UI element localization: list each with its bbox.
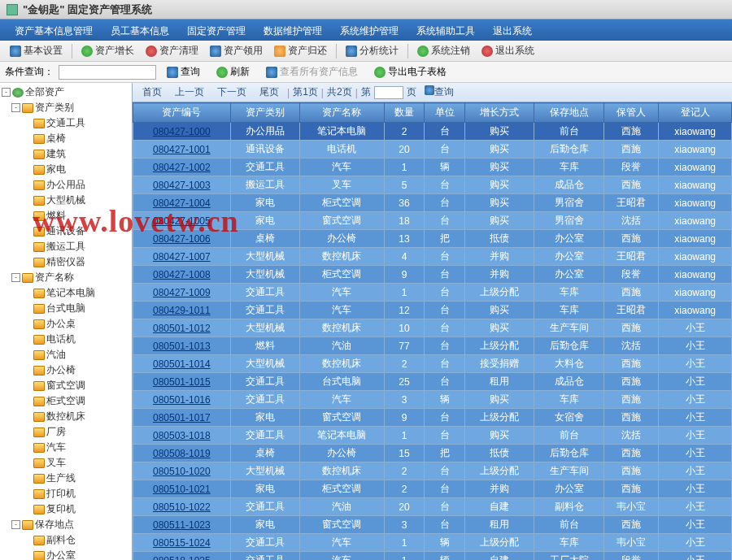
tree-node[interactable]: -全部资产 (0, 85, 132, 100)
tree-node[interactable]: 桌椅 (0, 131, 132, 146)
asset-id-link[interactable]: 080511-1023 (133, 516, 231, 534)
pager-query[interactable]: 查询 (420, 85, 459, 100)
asset-id-link[interactable]: 080518-1025 (133, 552, 231, 561)
grid-scroll[interactable]: 资产编号资产类别资产名称数量单位增长方式保存地点保管人登记人 080427-10… (133, 102, 732, 560)
asset-id-link[interactable]: 080510-1021 (133, 480, 231, 498)
column-header[interactable]: 资产名称 (300, 103, 385, 123)
table-row[interactable]: 080427-1003搬运工具叉车5台购买成品仓西施xiaowang (133, 176, 732, 194)
tree-node[interactable]: 生产线 (0, 471, 132, 486)
table-row[interactable]: 080427-1007大型机械数控机床4台并购办公室王昭君xiaowang (133, 248, 732, 266)
pager-prev[interactable]: 上一页 (170, 85, 209, 100)
asset-id-link[interactable]: 080501-1017 (133, 409, 231, 427)
tree-panel[interactable]: -全部资产-资产类别交通工具桌椅建筑家电办公用品大型机械燃料通讯设备搬运工具精密… (0, 83, 133, 560)
table-row[interactable]: 080427-1006桌椅办公椅13把抵债办公室西施xiaowang (133, 230, 732, 248)
table-row[interactable]: 080501-1017家电窗式空调9台上级分配女宿舍西施小王 (133, 409, 732, 427)
menu-item-0[interactable]: 资产基本信息管理 (7, 23, 101, 37)
asset-id-link[interactable]: 080501-1014 (133, 355, 231, 373)
tree-node[interactable]: 汽油 (0, 347, 132, 362)
table-row[interactable]: 080510-1020大型机械数控机床2台上级分配生产车间西施小王 (133, 462, 732, 480)
table-row[interactable]: 080427-1002交通工具汽车1辆购买车库段誉xiaowang (133, 158, 732, 176)
asset-id-link[interactable]: 080503-1018 (133, 427, 231, 445)
menu-item-1[interactable]: 员工基本信息 (102, 23, 177, 37)
tree-node[interactable]: 数控机床 (0, 409, 132, 424)
table-row[interactable]: 080501-1012大型机械数控机床10台购买生产车间西施小王 (133, 319, 732, 337)
asset-id-link[interactable]: 080427-1001 (133, 141, 231, 158)
pager-goto-input[interactable] (374, 86, 403, 99)
table-row[interactable]: 080515-1024交通工具汽车1辆上级分配车库韦小宝小王 (133, 534, 732, 552)
table-row[interactable]: 080427-1001通讯设备电话机20台购买后勤仓库西施xiaowang (133, 141, 732, 158)
tree-node[interactable]: 精密仪器 (0, 254, 132, 270)
tree-node[interactable]: -资产名称 (0, 270, 132, 285)
collapse-icon[interactable]: - (11, 273, 20, 282)
tree-node[interactable]: 建筑 (0, 146, 132, 162)
tree-node[interactable]: 家电 (0, 162, 132, 177)
asset-id-link[interactable]: 080510-1022 (133, 498, 231, 516)
toolbar-asset-use[interactable]: 资产领用 (205, 42, 268, 59)
table-row[interactable]: 080508-1019桌椅办公椅15把抵债后勤仓库西施小王 (133, 445, 732, 462)
tree-node[interactable]: 叉车 (0, 455, 132, 471)
asset-id-link[interactable]: 080510-1020 (133, 462, 231, 480)
refresh-button[interactable]: 刷新 (211, 63, 255, 80)
tree-node[interactable]: 柜式空调 (0, 393, 132, 409)
asset-id-link[interactable]: 080508-1019 (133, 445, 231, 462)
asset-id-link[interactable]: 080427-1004 (133, 194, 231, 212)
tree-node[interactable]: -资产类别 (0, 100, 132, 115)
toolbar-asset-add[interactable]: 资产增长 (76, 42, 139, 59)
table-row[interactable]: 080427-1005家电窗式空调18台购买男宿舍沈括xiaowang (133, 212, 732, 230)
tree-node[interactable]: 办公室 (0, 548, 132, 560)
pager-home[interactable]: 首页 (137, 85, 167, 100)
column-header[interactable]: 资产类别 (230, 103, 300, 123)
toolbar-statistics[interactable]: 分析统计 (341, 42, 403, 59)
column-header[interactable]: 保管人 (603, 103, 659, 123)
asset-id-link[interactable]: 080515-1024 (133, 534, 231, 552)
menu-item-6[interactable]: 退出系统 (485, 23, 540, 37)
tree-node[interactable]: 办公桌 (0, 316, 132, 332)
tree-node[interactable]: 燃料 (0, 208, 132, 224)
menu-item-2[interactable]: 固定资产管理 (179, 23, 254, 37)
column-header[interactable]: 数量 (384, 103, 425, 123)
asset-id-link[interactable]: 080427-1008 (133, 266, 231, 284)
collapse-icon[interactable]: - (2, 88, 11, 97)
menu-item-3[interactable]: 数据维护管理 (255, 23, 330, 37)
tree-node[interactable]: 电话机 (0, 332, 132, 347)
column-header[interactable]: 单位 (425, 103, 465, 123)
tree-node[interactable]: 办公用品 (0, 177, 132, 193)
column-header[interactable]: 登记人 (659, 103, 732, 123)
tree-node[interactable]: -保存地点 (0, 517, 132, 532)
table-row[interactable]: 080511-1023家电窗式空调3台租用前台西施小王 (133, 516, 732, 534)
asset-id-link[interactable]: 080427-1009 (133, 284, 231, 302)
tree-node[interactable]: 大型机械 (0, 193, 132, 208)
asset-id-link[interactable]: 080427-1007 (133, 248, 231, 266)
asset-id-link[interactable]: 080501-1015 (133, 373, 231, 391)
table-row[interactable]: 080510-1021家电柜式空调2台并购办公室西施小王 (133, 480, 732, 498)
menu-item-4[interactable]: 系统维护管理 (332, 23, 407, 37)
asset-id-link[interactable]: 080427-1005 (133, 212, 231, 230)
table-row[interactable]: 080427-1008大型机械柜式空调9台并购办公室段誉xiaowang (133, 266, 732, 284)
asset-id-link[interactable]: 080501-1013 (133, 337, 231, 355)
tree-node[interactable]: 窗式空调 (0, 378, 132, 393)
tree-node[interactable]: 交通工具 (0, 115, 132, 131)
view-all-button[interactable]: 查看所有资产信息 (260, 63, 364, 80)
collapse-icon[interactable]: - (11, 103, 20, 112)
query-button[interactable]: 查询 (161, 63, 206, 80)
asset-id-link[interactable]: 080427-1000 (133, 123, 231, 141)
asset-id-link[interactable]: 080501-1012 (133, 319, 231, 337)
tree-node[interactable]: 通讯设备 (0, 224, 132, 239)
table-row[interactable]: 080503-1018交通工具笔记本电脑1台购买前台沈括小王 (133, 427, 732, 445)
tree-node[interactable]: 办公椅 (0, 362, 132, 378)
toolbar-asset-return[interactable]: 资产归还 (269, 42, 332, 59)
tree-node[interactable]: 厂房 (0, 424, 132, 440)
table-row[interactable]: 080501-1015交通工具台式电脑25台租用成品仓西施小王 (133, 373, 732, 391)
table-row[interactable]: 080427-1009交通工具汽车1台上级分配车库西施xiaowang (133, 284, 732, 302)
tree-node[interactable]: 汽车 (0, 440, 132, 455)
asset-id-link[interactable]: 080427-1006 (133, 230, 231, 248)
tree-node[interactable]: 打印机 (0, 486, 132, 501)
menu-item-5[interactable]: 系统辅助工具 (408, 23, 483, 37)
asset-id-link[interactable]: 080427-1003 (133, 176, 231, 194)
table-row[interactable]: 080501-1014大型机械数控机床2台接受捐赠大料仓西施小王 (133, 355, 732, 373)
tree-node[interactable]: 复印机 (0, 501, 132, 517)
column-header[interactable]: 资产编号 (133, 103, 231, 123)
table-row[interactable]: 080510-1022交通工具汽油20台自建副料仓韦小宝小王 (133, 498, 732, 516)
column-header[interactable]: 保存地点 (534, 103, 604, 123)
pager-next[interactable]: 下一页 (212, 85, 251, 100)
